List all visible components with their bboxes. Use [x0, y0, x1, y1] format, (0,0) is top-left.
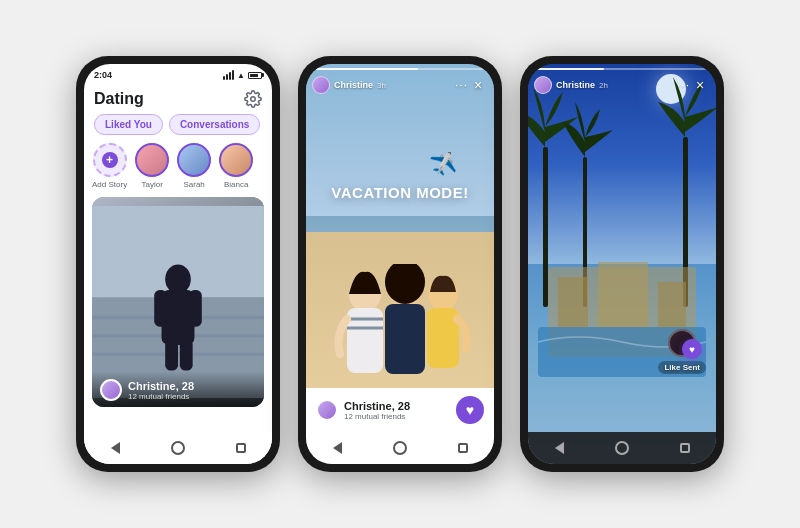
story-screen-2: VACATION MODE! ✈️ Christine 3h	[306, 64, 494, 464]
vacation-mode-text: VACATION MODE!	[331, 184, 468, 201]
resort-palms-svg	[528, 64, 716, 432]
tab-conversations[interactable]: Conversations	[169, 114, 260, 135]
like-sent-bubble: ♥ Like Sent	[658, 329, 706, 374]
story-label-taylor: Taylor	[141, 180, 162, 189]
phone-3: Christine 2h ··· × ♥ Li	[520, 56, 724, 472]
story-more-button-2[interactable]: ···	[455, 78, 468, 92]
svg-point-0	[251, 97, 256, 102]
heart-icon-2: ♥	[466, 402, 474, 418]
story-user-row-3: Christine 2h ··· ×	[534, 76, 710, 94]
story-label-bianca: Bianca	[224, 180, 248, 189]
svg-rect-11	[180, 339, 193, 371]
nav-home-button[interactable]	[168, 441, 188, 455]
svg-rect-27	[658, 282, 686, 327]
like-avatar-group: ♥	[668, 329, 696, 357]
like-button-2[interactable]: ♥	[456, 396, 484, 424]
gear-icon[interactable]	[244, 90, 262, 108]
svg-point-6	[165, 264, 191, 293]
story-top-bar-2: Christine 3h ··· ×	[306, 64, 494, 94]
story-progress-fill	[312, 68, 418, 70]
story-username-2: Christine	[334, 80, 373, 90]
svg-rect-8	[154, 290, 167, 327]
story-avatar-bianca	[219, 143, 253, 177]
signal-icon	[223, 70, 234, 80]
story-add[interactable]: + Add Story	[92, 143, 127, 189]
story-taylor[interactable]: Taylor	[135, 143, 169, 189]
stories-row: + Add Story Taylor Sarah Bianca	[84, 143, 272, 197]
svg-rect-25	[558, 277, 588, 327]
story-user-avatar-2	[312, 76, 330, 94]
story-user-left-3: Christine 2h	[534, 76, 608, 94]
story-time-2: 3h	[377, 81, 386, 90]
story-user-avatar-3	[534, 76, 552, 94]
nav-back-button-2[interactable]	[327, 441, 347, 455]
app-title: Dating	[94, 90, 144, 108]
tab-liked-you[interactable]: Liked You	[94, 114, 163, 135]
story-more-button-3[interactable]: ···	[677, 78, 690, 92]
add-story-label: Add Story	[92, 180, 127, 189]
nav-recents-button-2[interactable]	[453, 441, 473, 455]
tabs-row: Liked You Conversations	[84, 114, 272, 143]
svg-rect-17	[385, 304, 425, 374]
profile-text: Christine, 28 12 mutual friends	[128, 380, 194, 401]
nav-home-button-2[interactable]	[390, 441, 410, 455]
status-icons: ▲	[223, 70, 262, 80]
story-avatar-sarah	[177, 143, 211, 177]
story-time-3: 2h	[599, 81, 608, 90]
nav-home-button-3[interactable]	[612, 441, 632, 455]
story-user-left-2: Christine 3h	[312, 76, 386, 94]
story-top-bar-3: Christine 2h ··· ×	[528, 64, 716, 94]
nav-recents-button[interactable]	[231, 441, 251, 455]
story-avatar-taylor	[135, 143, 169, 177]
nav-recents-button-3[interactable]	[675, 441, 695, 455]
story-sarah[interactable]: Sarah	[177, 143, 211, 189]
like-heart-icon: ♥	[682, 339, 702, 359]
profile-mini-avatar	[100, 379, 122, 401]
nav-back-button[interactable]	[105, 441, 125, 455]
story-user-row-2: Christine 3h ··· ×	[312, 76, 488, 94]
story-profile-mutual-2: 12 mutual friends	[344, 412, 410, 421]
wifi-icon: ▲	[237, 71, 245, 80]
story-icons-row-2: ··· ×	[455, 78, 488, 92]
phone-1: 2:04 ▲ Dating	[76, 56, 280, 472]
story-profile-name-2: Christine, 28	[344, 400, 410, 412]
dating-header: Dating	[84, 86, 272, 114]
svg-rect-26	[598, 262, 648, 327]
story-close-button-2[interactable]: ×	[474, 78, 488, 92]
add-story-avatar: +	[93, 143, 127, 177]
svg-rect-9	[189, 290, 202, 327]
status-bar-1: 2:04 ▲	[84, 64, 272, 86]
profile-name: Christine, 28	[128, 380, 194, 392]
story-progress-fill-3	[534, 68, 604, 70]
profile-info-bar: Christine, 28 12 mutual friends	[92, 371, 264, 407]
nav-bar-1	[84, 432, 272, 464]
battery-icon	[248, 72, 262, 79]
story-progress-bar-3	[534, 68, 710, 70]
nav-back-button-3[interactable]	[549, 441, 569, 455]
story-bottom-bar-2: Christine, 28 12 mutual friends ♥	[306, 388, 494, 432]
story-profile-avatar-2	[316, 399, 338, 421]
story-close-button-3[interactable]: ×	[696, 78, 710, 92]
story-username-3: Christine	[556, 80, 595, 90]
story-progress-bar	[312, 68, 488, 70]
nav-bar-3	[528, 432, 716, 464]
svg-rect-10	[165, 339, 178, 371]
status-time: 2:04	[94, 70, 112, 80]
profile-mutual: 12 mutual friends	[128, 392, 194, 401]
story-icons-row-3: ··· ×	[677, 78, 710, 92]
add-plus-icon: +	[102, 152, 118, 168]
nav-bar-2	[306, 432, 494, 464]
phone-2: VACATION MODE! ✈️ Christine 3h	[298, 56, 502, 472]
story-bianca[interactable]: Bianca	[219, 143, 253, 189]
like-sent-label: Like Sent	[658, 361, 706, 374]
story-label-sarah: Sarah	[183, 180, 204, 189]
story-screen-3: Christine 2h ··· × ♥ Li	[528, 64, 716, 464]
svg-rect-21	[543, 147, 548, 307]
profile-card[interactable]: Christine, 28 12 mutual friends	[92, 197, 264, 407]
story-profile-text-2: Christine, 28 12 mutual friends	[344, 400, 410, 421]
